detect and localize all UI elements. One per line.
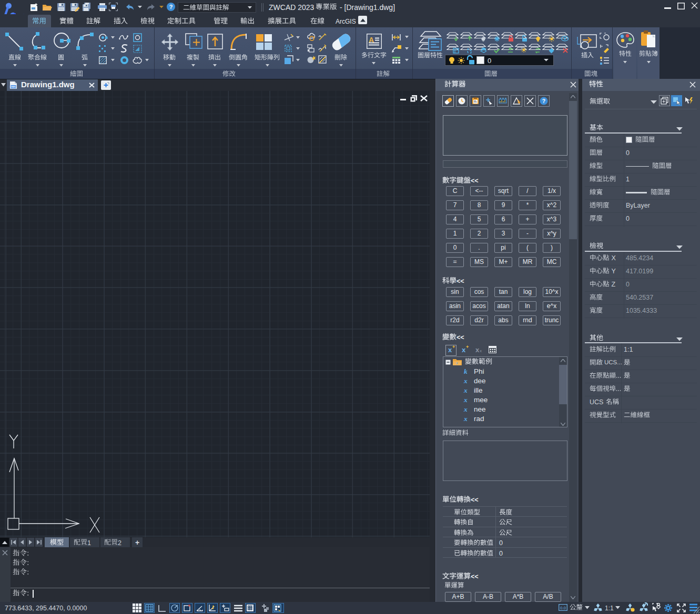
svg-text:?: ? bbox=[169, 4, 173, 10]
svg-text:0.0: 0.0 bbox=[560, 606, 566, 610]
svg-text:?: ? bbox=[542, 98, 545, 104]
svg-text:DWG: DWG bbox=[10, 85, 17, 88]
